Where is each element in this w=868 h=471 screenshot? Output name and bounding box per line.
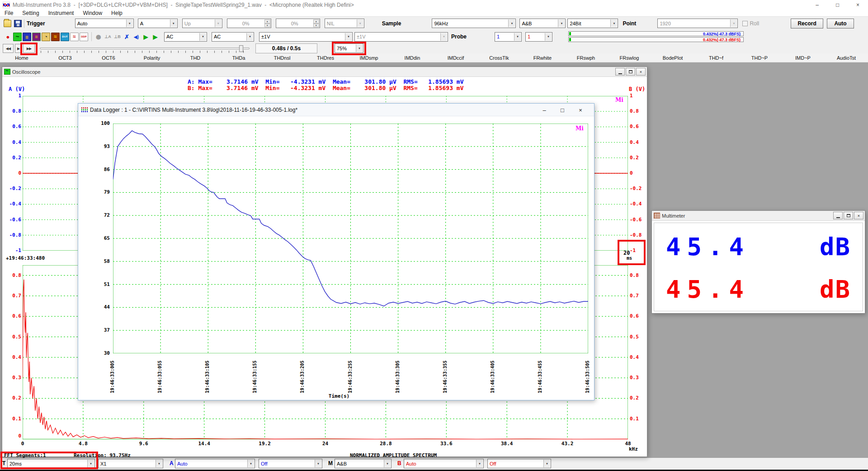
menu-item-file[interactable]: File	[0, 10, 18, 16]
rewind-button[interactable]: ◀◀	[3, 44, 14, 53]
coupling-a-select[interactable]: AC	[164, 32, 207, 42]
chevron-down-icon[interactable]	[545, 33, 552, 41]
mark-a-icon[interactable]: ⊥A	[104, 33, 112, 41]
tab-bodeplot[interactable]: BodePlot	[651, 53, 694, 62]
channel-b-filter-select[interactable]: Off	[487, 459, 551, 468]
tab-polarity[interactable]: Polarity	[130, 53, 174, 62]
position-slider[interactable]	[40, 48, 250, 49]
tab-frswph[interactable]: FRswph	[564, 53, 608, 62]
record-button[interactable]: Record	[791, 19, 823, 29]
auto-button[interactable]: Auto	[827, 19, 854, 29]
sample-channels-select[interactable]: A&B	[519, 19, 566, 28]
signal-generator-icon[interactable]: ≈	[51, 33, 60, 41]
record-icon[interactable]: ●	[4, 33, 12, 41]
ddp-viewer-icon[interactable]: DDP	[80, 33, 88, 41]
menu-item-help[interactable]: Help	[107, 10, 127, 16]
restore-icon[interactable]	[626, 68, 635, 76]
coupling-b-select[interactable]: AC	[212, 32, 254, 42]
chevron-down-icon[interactable]	[610, 19, 617, 27]
tab-thd~f[interactable]: THD~f	[694, 53, 738, 62]
spectrum-3d-plot-icon[interactable]: ≡	[32, 33, 41, 41]
chevron-down-icon[interactable]	[87, 460, 94, 467]
device-test-plan-icon[interactable]: DUT	[61, 33, 69, 41]
chevron-down-icon[interactable]	[156, 460, 162, 467]
trigger-mode-select[interactable]: Auto	[75, 19, 134, 28]
tab-thdnsl[interactable]: THDnsl	[260, 53, 304, 62]
minimize-icon[interactable]: –	[807, 0, 827, 10]
maximize-icon[interactable]: □	[553, 107, 571, 114]
minimize-icon[interactable]	[615, 68, 625, 76]
open-file-icon[interactable]	[4, 20, 11, 27]
chevron-down-icon[interactable]	[558, 19, 565, 27]
probe-b-select[interactable]: 1	[525, 32, 552, 42]
data-logger-title-bar[interactable]: Data Logger : 1 - C:\VIRTINS Multi-Instr…	[78, 104, 594, 116]
data-logger-plot[interactable]	[113, 124, 588, 353]
fast-forward-button[interactable]: ▶▶	[23, 44, 35, 53]
close-icon[interactable]: ×	[854, 212, 863, 219]
menu-item-window[interactable]: Window	[78, 10, 107, 16]
oscilloscope-title-bar[interactable]: Oscilloscope ×	[2, 67, 647, 77]
chevron-down-icon[interactable]	[126, 19, 133, 27]
chevron-down-icon[interactable]	[476, 460, 483, 467]
sample-rate-select[interactable]: 96kHz	[432, 19, 516, 28]
step-button[interactable]: ▶	[15, 44, 22, 53]
math-channel-select[interactable]: A&B	[335, 459, 392, 468]
tab-home[interactable]: Home	[0, 53, 43, 62]
tab-thd[interactable]: THD	[174, 53, 217, 62]
chevron-down-icon[interactable]	[199, 33, 206, 41]
spectrum-analyzer-icon[interactable]: |||	[23, 33, 31, 41]
tab-audiotst[interactable]: AudioTst	[825, 53, 868, 62]
trigger-source-select[interactable]: A	[138, 19, 178, 28]
probe-calibration-icon[interactable]: ✗	[123, 33, 131, 41]
minimize-icon[interactable]	[833, 212, 843, 219]
chevron-down-icon[interactable]	[246, 33, 253, 41]
chevron-down-icon[interactable]	[384, 460, 391, 467]
chevron-down-icon[interactable]	[543, 460, 550, 467]
sweep-time-select[interactable]: 20ms	[7, 459, 95, 468]
chevron-down-icon[interactable]	[170, 19, 177, 27]
close-icon[interactable]: ×	[848, 0, 868, 10]
tab-imd~p[interactable]: IMD~P	[781, 53, 825, 62]
zoom-select[interactable]: 75%	[335, 43, 363, 53]
mark-b-icon[interactable]: ⊥B	[113, 33, 122, 41]
menu-item-setting[interactable]: Setting	[18, 10, 43, 16]
tab-frswlog[interactable]: FRswlog	[608, 53, 651, 62]
tab-frwhite[interactable]: FRwhite	[521, 53, 564, 62]
channel-a-filter-select[interactable]: Off	[259, 459, 322, 468]
speaker-icon[interactable]: ◀)	[132, 33, 141, 41]
chevron-down-icon[interactable]	[315, 460, 321, 467]
tab-thda[interactable]: THDa	[217, 53, 260, 62]
tab-crosstlk[interactable]: CrossTlk	[477, 53, 521, 62]
bit-depth-select[interactable]: 24Bit	[567, 19, 618, 28]
chevron-down-icon[interactable]	[514, 33, 521, 41]
tab-thd~p[interactable]: THD~P	[738, 53, 781, 62]
oscilloscope-icon[interactable]: ~	[13, 33, 22, 41]
save-file-icon[interactable]	[14, 20, 22, 27]
play-record-icon[interactable]: ▶	[151, 33, 160, 41]
multimeter-icon[interactable]: ◔	[42, 33, 50, 41]
restore-icon[interactable]	[844, 212, 853, 219]
chevron-down-icon[interactable]	[508, 19, 515, 27]
tab-thdres[interactable]: THDres	[304, 53, 347, 62]
derived-data-icon[interactable]: ≈	[70, 33, 79, 41]
menu-item-instrument[interactable]: Instrument	[44, 10, 79, 16]
tab-imdsmp[interactable]: IMDsmp	[347, 53, 391, 62]
range-a-select[interactable]: ±1V	[259, 32, 353, 42]
minimize-icon[interactable]: –	[535, 107, 553, 114]
multiplier-select[interactable]: X1	[98, 459, 163, 468]
chevron-down-icon[interactable]	[345, 33, 352, 41]
close-icon[interactable]: ×	[571, 107, 590, 114]
channel-b-gain-select[interactable]: Auto	[404, 459, 484, 468]
tab-oct6[interactable]: OCT6	[87, 53, 130, 62]
hold-icon[interactable]: ⬤	[94, 33, 103, 41]
multimeter-title-bar[interactable]: Multimeter ×	[652, 211, 865, 221]
tab-imddin[interactable]: IMDdin	[391, 53, 434, 62]
chevron-down-icon[interactable]	[356, 44, 363, 52]
play-icon[interactable]: ▶	[142, 33, 150, 41]
chevron-down-icon[interactable]	[247, 460, 254, 467]
probe-a-select[interactable]: 1	[495, 32, 522, 42]
maximize-icon[interactable]: □	[827, 0, 848, 10]
tab-oct3[interactable]: OCT3	[43, 53, 87, 62]
tab-imdccif[interactable]: IMDccif	[434, 53, 477, 62]
close-icon[interactable]: ×	[636, 68, 646, 76]
